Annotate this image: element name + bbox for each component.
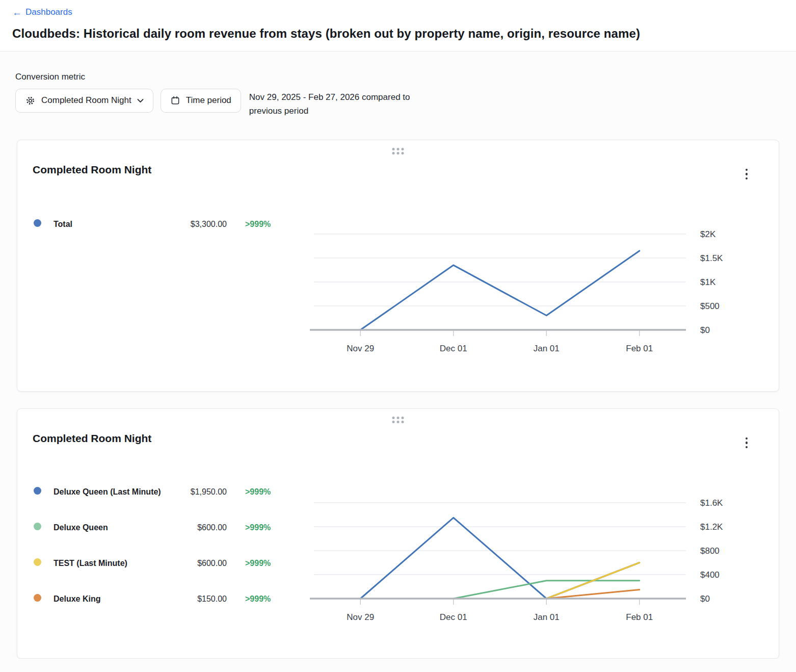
svg-text:$400: $400 bbox=[700, 570, 720, 579]
kebab-menu-icon[interactable] bbox=[741, 166, 752, 183]
card-title: Completed Room Night bbox=[33, 164, 779, 176]
series-name: Deluxe King bbox=[54, 592, 171, 606]
legend-item[interactable]: TEST (Last Minute)$600.00>999% bbox=[33, 557, 308, 570]
page-header: ← Dashboards Cloudbeds: Historical daily… bbox=[0, 0, 796, 51]
conversion-metric-label: Conversion metric bbox=[15, 72, 781, 82]
svg-text:Nov 29: Nov 29 bbox=[347, 344, 374, 353]
svg-text:Feb 01: Feb 01 bbox=[626, 344, 653, 353]
back-link-label: Dashboards bbox=[25, 7, 72, 17]
drag-handle-icon[interactable] bbox=[390, 415, 406, 425]
legend-item[interactable]: Total$3,300.00>999% bbox=[33, 218, 308, 231]
svg-text:Jan 01: Jan 01 bbox=[534, 344, 560, 353]
series-value: $600.00 bbox=[171, 557, 227, 570]
series-color-dot bbox=[34, 487, 41, 495]
series-color-dot bbox=[34, 558, 41, 566]
series-change: >999% bbox=[245, 592, 289, 606]
svg-text:$1.5K: $1.5K bbox=[700, 253, 723, 263]
conversion-metric-select[interactable]: Completed Room Night bbox=[15, 89, 153, 113]
time-period-button[interactable]: Time period bbox=[161, 89, 241, 113]
series-name: TEST (Last Minute) bbox=[54, 557, 171, 570]
series-name: Deluxe Queen bbox=[54, 521, 171, 534]
series-change: >999% bbox=[245, 521, 289, 534]
kebab-menu-icon[interactable] bbox=[741, 434, 752, 452]
chart-card-total: Completed Room Night Total$3,300.00>999%… bbox=[17, 140, 779, 392]
svg-text:$1.6K: $1.6K bbox=[700, 498, 723, 507]
calendar-icon bbox=[170, 95, 180, 106]
svg-text:$0: $0 bbox=[700, 325, 710, 334]
series-color-dot bbox=[34, 594, 41, 602]
chart-legend: Deluxe Queen (Last Minute)$1,950.00>999%… bbox=[33, 465, 308, 606]
svg-text:$2K: $2K bbox=[700, 229, 716, 239]
series-change: >999% bbox=[245, 218, 289, 231]
series-color-dot bbox=[34, 219, 41, 227]
series-value: $600.00 bbox=[171, 521, 227, 534]
svg-text:$500: $500 bbox=[700, 301, 720, 311]
series-change: >999% bbox=[245, 485, 289, 499]
chevron-down-icon bbox=[137, 98, 144, 103]
series-value: $1,950.00 bbox=[171, 485, 227, 499]
page-title: Cloudbeds: Historical daily room revenue… bbox=[12, 27, 784, 41]
series-value: $150.00 bbox=[171, 592, 227, 606]
series-value: $3,300.00 bbox=[171, 218, 227, 231]
controls-section: Conversion metric Completed Room Night bbox=[0, 51, 796, 118]
drag-handle-icon[interactable] bbox=[390, 146, 406, 157]
conversion-metric-value: Completed Room Night bbox=[41, 95, 131, 106]
line-chart[interactable]: Nov 29Dec 01Jan 01Feb 01$0$500$1K$1.5K$2… bbox=[308, 196, 768, 372]
back-to-dashboards-link[interactable]: ← Dashboards bbox=[12, 7, 72, 17]
series-color-dot bbox=[34, 523, 41, 530]
legend-item[interactable]: Deluxe Queen$600.00>999% bbox=[33, 521, 308, 534]
svg-text:$800: $800 bbox=[700, 546, 720, 555]
legend-item[interactable]: Deluxe King$150.00>999% bbox=[33, 592, 308, 606]
series-name: Total bbox=[54, 218, 171, 231]
back-arrow-icon: ← bbox=[12, 8, 22, 17]
series-change: >999% bbox=[245, 557, 289, 570]
svg-text:$1K: $1K bbox=[700, 277, 716, 287]
card-title: Completed Room Night bbox=[33, 432, 779, 445]
chart-card-breakdown: Completed Room Night Deluxe Queen (Last … bbox=[17, 408, 779, 659]
gear-icon bbox=[25, 95, 36, 106]
comparison-period-text: Nov 29, 2025 - Feb 27, 2026 compared to … bbox=[249, 89, 440, 118]
svg-text:Feb 01: Feb 01 bbox=[626, 612, 653, 622]
svg-text:$1.2K: $1.2K bbox=[700, 522, 723, 531]
svg-text:Dec 01: Dec 01 bbox=[440, 612, 467, 622]
time-period-label: Time period bbox=[186, 95, 231, 106]
line-chart[interactable]: Nov 29Dec 01Jan 01Feb 01$0$400$800$1.2K$… bbox=[308, 465, 768, 640]
svg-text:Nov 29: Nov 29 bbox=[347, 612, 374, 622]
series-name: Deluxe Queen (Last Minute) bbox=[54, 485, 171, 499]
svg-text:Jan 01: Jan 01 bbox=[534, 612, 560, 622]
chart-legend: Total$3,300.00>999% bbox=[33, 196, 308, 372]
legend-item[interactable]: Deluxe Queen (Last Minute)$1,950.00>999% bbox=[33, 485, 308, 499]
svg-text:$0: $0 bbox=[700, 593, 710, 603]
svg-text:Dec 01: Dec 01 bbox=[440, 344, 467, 353]
